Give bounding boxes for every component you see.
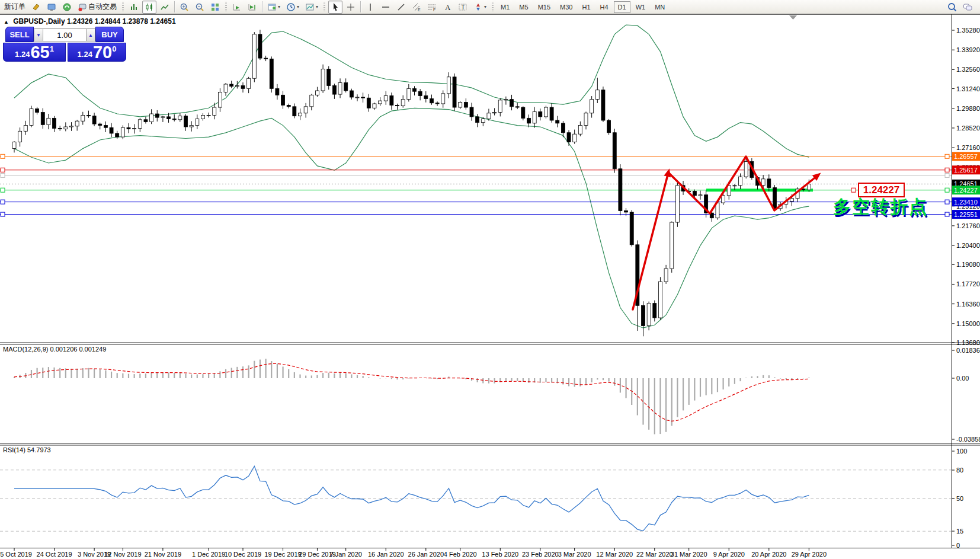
svg-text:10 Dec 2019: 10 Dec 2019 bbox=[225, 551, 261, 558]
toolbar-grip[interactable] bbox=[122, 2, 124, 12]
monitor-icon bbox=[47, 2, 56, 12]
cursor-button[interactable] bbox=[328, 1, 342, 14]
main-toolbar: 新订单自动交易▾▾▾EFAT▾M1M5M15M30H1H4D1W1MN bbox=[0, 0, 980, 14]
svg-text:1 Dec 2019: 1 Dec 2019 bbox=[192, 551, 225, 558]
auto-trading-button[interactable]: 自动交易 bbox=[75, 1, 119, 14]
new-order-button[interactable]: 新订单 bbox=[2, 1, 28, 14]
trendline-button[interactable] bbox=[394, 1, 408, 14]
svg-text:29 Apr 2020: 29 Apr 2020 bbox=[792, 551, 827, 558]
metaeditor-button[interactable] bbox=[29, 1, 43, 14]
macd-signal-value: 0.001249 bbox=[79, 346, 106, 353]
svg-text:1.32560: 1.32560 bbox=[956, 66, 980, 73]
chartshift-icon bbox=[248, 2, 257, 12]
chevron-down-icon[interactable]: ▾ bbox=[278, 5, 280, 9]
search-icon bbox=[947, 2, 957, 12]
auto-scroll-button[interactable] bbox=[230, 1, 244, 14]
crosshair-button[interactable] bbox=[344, 1, 358, 14]
svg-text:1.16360: 1.16360 bbox=[956, 301, 980, 308]
arrows-icon bbox=[473, 2, 483, 12]
chart-shift-marker bbox=[789, 15, 797, 20]
svg-text:15: 15 bbox=[956, 528, 963, 535]
toolbar-grip[interactable] bbox=[225, 2, 227, 12]
equidistant-channel-button[interactable]: E bbox=[409, 1, 424, 14]
textA-icon: A bbox=[443, 2, 452, 12]
ask-big-digits: 70 bbox=[93, 44, 112, 60]
svg-text:19 Dec 2019: 19 Dec 2019 bbox=[264, 551, 301, 558]
time-axis[interactable]: 15 Oct 201924 Oct 20193 Nov 201912 Nov 2… bbox=[0, 548, 827, 558]
sell-button[interactable]: SELL bbox=[5, 27, 34, 42]
ohlc-low: 1.23878 bbox=[122, 17, 148, 25]
svg-text:4 Feb 2020: 4 Feb 2020 bbox=[444, 551, 477, 558]
buy-price-panel[interactable]: 1.24700 bbox=[68, 43, 126, 62]
timeframe-m5-button[interactable]: M5 bbox=[515, 1, 532, 13]
vertical-line-button[interactable] bbox=[363, 1, 377, 14]
collapse-icon[interactable]: ▲ bbox=[4, 19, 9, 25]
timeframe-m15-button[interactable]: M15 bbox=[534, 1, 555, 13]
ask-pip-digit: 0 bbox=[112, 44, 116, 53]
bid-prefix: 1.24 bbox=[15, 50, 30, 59]
zoom-out-button[interactable] bbox=[193, 1, 207, 14]
svg-text:1.22551: 1.22551 bbox=[954, 211, 978, 218]
horizontal-line-button[interactable] bbox=[379, 1, 393, 14]
chart-frame bbox=[0, 14, 980, 548]
timeframe-m30-button[interactable]: M30 bbox=[556, 1, 577, 13]
chat-button[interactable] bbox=[960, 1, 975, 14]
signals-button[interactable] bbox=[60, 1, 74, 14]
zoom-in-button[interactable] bbox=[177, 1, 191, 14]
svg-text:1.25617: 1.25617 bbox=[954, 167, 978, 174]
svg-text:12 Mar 2020: 12 Mar 2020 bbox=[596, 551, 633, 558]
volume-increase-button[interactable]: ▲ bbox=[86, 28, 95, 41]
chart-canvas[interactable]: 1.352801.339201.325601.312401.298801.285… bbox=[0, 0, 980, 559]
search-button[interactable] bbox=[945, 1, 959, 14]
rsi-value: 54.7973 bbox=[27, 446, 51, 453]
toolbar-grip[interactable] bbox=[492, 2, 494, 12]
terminal-button[interactable] bbox=[44, 1, 59, 14]
buy-button[interactable]: BUY bbox=[95, 27, 124, 42]
svg-text:1.35280: 1.35280 bbox=[956, 27, 980, 34]
templates-button[interactable]: ▾ bbox=[303, 1, 321, 14]
rsi-indicator-label: RSI(14) 54.7973 bbox=[3, 446, 51, 453]
chart-line-button[interactable] bbox=[158, 1, 172, 14]
timeframe-m1-button[interactable]: M1 bbox=[497, 1, 514, 13]
svg-text:13 Feb 2020: 13 Feb 2020 bbox=[482, 551, 518, 558]
cursor-icon bbox=[331, 2, 340, 12]
indicators-button[interactable]: ▾ bbox=[265, 1, 283, 14]
vline-icon bbox=[366, 2, 375, 12]
svg-text:7 Jan 2020: 7 Jan 2020 bbox=[329, 551, 361, 558]
svg-text:1.24227: 1.24227 bbox=[954, 187, 978, 194]
tile-windows-button[interactable] bbox=[208, 1, 222, 14]
price-axis[interactable]: 1.352801.339201.325601.312401.298801.285… bbox=[952, 27, 980, 346]
volume-input[interactable]: 1.00 bbox=[43, 28, 86, 41]
timeframe-h4-button[interactable]: H4 bbox=[596, 1, 613, 13]
svg-text:1.20400: 1.20400 bbox=[956, 242, 980, 249]
chevron-down-icon[interactable]: ▾ bbox=[316, 5, 318, 9]
candles bbox=[12, 30, 811, 336]
svg-text:20 Apr 2020: 20 Apr 2020 bbox=[751, 551, 786, 558]
fibonacci-button[interactable]: F bbox=[425, 1, 439, 14]
timeframe-d1-button[interactable]: D1 bbox=[614, 1, 630, 13]
arrows-button[interactable]: ▾ bbox=[471, 1, 489, 14]
timeframe-h1-button[interactable]: H1 bbox=[578, 1, 594, 13]
toolbar-grip[interactable] bbox=[324, 2, 325, 12]
chevron-down-icon[interactable]: ▾ bbox=[297, 5, 299, 9]
svg-text:31 Mar 2020: 31 Mar 2020 bbox=[671, 551, 707, 558]
auto-trading-button-label: 自动交易 bbox=[88, 2, 117, 12]
bid-big-digits: 65 bbox=[30, 44, 49, 60]
timeframe-w1-button[interactable]: W1 bbox=[632, 1, 650, 13]
text-label-button[interactable]: T bbox=[456, 1, 470, 14]
chart-shift-button[interactable] bbox=[245, 1, 260, 14]
chart-bars-button[interactable] bbox=[127, 1, 141, 14]
volume-decrease-button[interactable]: ▼ bbox=[34, 28, 43, 41]
macd-indicator-label: MACD(12,26,9) 0.001206 0.001249 bbox=[3, 346, 106, 353]
svg-text:0.00: 0.00 bbox=[956, 375, 969, 382]
sell-price-panel[interactable]: 1.24651 bbox=[3, 43, 66, 62]
chevron-down-icon[interactable]: ▾ bbox=[484, 5, 486, 9]
svg-text:0.018369: 0.018369 bbox=[956, 347, 980, 354]
svg-text:1.21760: 1.21760 bbox=[956, 222, 980, 229]
periods-button[interactable]: ▾ bbox=[284, 1, 302, 14]
bars-icon bbox=[129, 2, 139, 12]
chart-candles-button[interactable] bbox=[142, 1, 156, 14]
svg-text:23 Feb 2020: 23 Feb 2020 bbox=[522, 551, 559, 558]
text-button[interactable]: A bbox=[440, 1, 454, 14]
timeframe-mn-button[interactable]: MN bbox=[651, 1, 669, 13]
